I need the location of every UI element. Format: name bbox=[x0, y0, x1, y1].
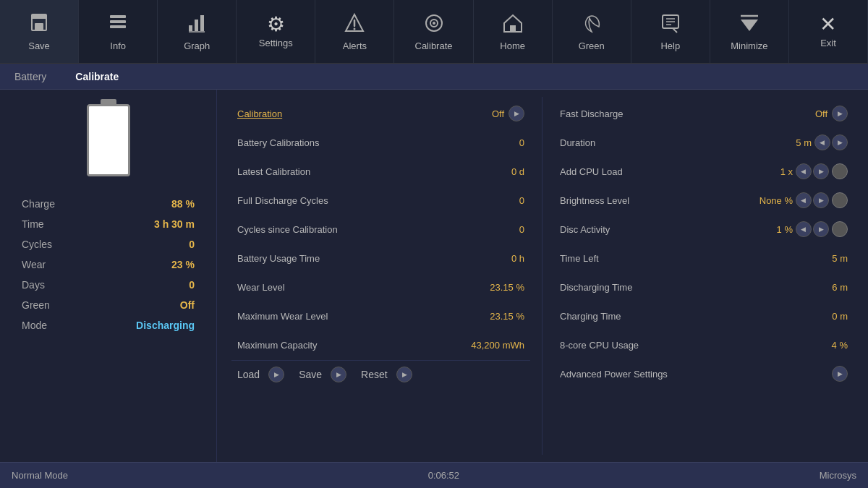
stat-green-label: Green bbox=[22, 299, 50, 311]
brightness-next-btn[interactable] bbox=[813, 192, 829, 208]
row-brightness: Brightness Level None % bbox=[554, 187, 854, 214]
time-left-value: 5 m bbox=[790, 253, 848, 264]
stat-charge-value: 88 % bbox=[171, 198, 195, 210]
svg-rect-4 bbox=[110, 20, 126, 23]
toolbar-graph[interactable]: Graph bbox=[158, 0, 237, 63]
duration-prev-btn[interactable] bbox=[814, 134, 830, 150]
alerts-label: Alerts bbox=[343, 40, 367, 51]
stat-cycles-label: Cycles bbox=[22, 239, 52, 250]
row-wear-level: Wear Level 23.15 % bbox=[231, 273, 530, 301]
breadcrumb-battery[interactable]: Battery bbox=[14, 71, 46, 82]
row-max-capacity: Maximum Capacity 43,200 mWh bbox=[231, 331, 530, 359]
add-cpu-load-label: Add CPU Load bbox=[560, 166, 735, 177]
max-wear-level-value: 23.15 % bbox=[467, 311, 524, 322]
toolbar-help[interactable]: Help bbox=[631, 0, 710, 63]
reset-play-btn[interactable] bbox=[396, 367, 412, 382]
toolbar-calibrate[interactable]: Calibrate bbox=[394, 0, 473, 63]
stat-days-label: Days bbox=[22, 279, 45, 291]
toolbar-minimize[interactable]: Minimize bbox=[710, 0, 789, 63]
info-label: Info bbox=[110, 40, 126, 51]
battery-calibrations-label: Battery Calibrations bbox=[237, 137, 467, 148]
cpu-load-next-btn[interactable] bbox=[813, 163, 829, 179]
calibrate-icon bbox=[423, 12, 445, 38]
help-icon bbox=[660, 12, 681, 38]
max-capacity-value: 43,200 mWh bbox=[467, 340, 524, 351]
stat-days: Days 0 bbox=[7, 275, 209, 295]
calibration-play-btn[interactable] bbox=[509, 106, 524, 121]
brightness-value: None % bbox=[735, 195, 793, 206]
toolbar-green[interactable]: Green bbox=[553, 0, 631, 63]
brightness-circle-btn[interactable] bbox=[832, 192, 848, 208]
calibrate-label: Calibrate bbox=[415, 40, 453, 51]
load-play-btn[interactable] bbox=[268, 367, 284, 382]
fast-discharge-value: Off bbox=[770, 108, 827, 119]
reset-label: Reset bbox=[361, 369, 388, 380]
cpu-usage-value: 4 % bbox=[790, 340, 848, 351]
duration-value: 5 m bbox=[754, 137, 812, 148]
exit-icon: ✕ bbox=[820, 14, 836, 35]
duration-next-btn[interactable] bbox=[832, 134, 848, 150]
svg-point-15 bbox=[433, 22, 435, 25]
svg-rect-3 bbox=[110, 15, 126, 18]
info-icon bbox=[107, 12, 129, 38]
save-action[interactable]: Save bbox=[299, 367, 346, 382]
save-label: Save bbox=[299, 369, 322, 380]
status-brand: Microsys bbox=[820, 470, 856, 481]
disc-next-btn[interactable] bbox=[813, 221, 829, 237]
row-discharging-time: Discharging Time 6 m bbox=[554, 273, 854, 301]
save-play-btn[interactable] bbox=[331, 367, 346, 382]
svg-rect-2 bbox=[35, 23, 43, 30]
load-action[interactable]: Load bbox=[237, 367, 284, 382]
row-cpu-usage: 8-core CPU Usage 4 % bbox=[554, 331, 854, 359]
latest-calibration-label: Latest Calibration bbox=[237, 166, 467, 177]
stat-charge-label: Charge bbox=[22, 198, 55, 210]
stat-green-value: Off bbox=[180, 299, 195, 311]
stat-green: Green Off bbox=[7, 295, 209, 315]
minimize-label: Minimize bbox=[731, 40, 767, 51]
toolbar-exit[interactable]: ✕ Exit bbox=[789, 0, 868, 63]
row-full-discharge: Full Discharge Cycles 0 bbox=[231, 187, 530, 214]
cpu-load-prev-btn[interactable] bbox=[796, 163, 812, 179]
toolbar: Save Info Graph ⚙ Settings bbox=[0, 0, 868, 64]
green-label: Green bbox=[579, 40, 605, 51]
reset-action[interactable]: Reset bbox=[361, 367, 412, 382]
toolbar-info[interactable]: Info bbox=[79, 0, 158, 63]
max-capacity-label: Maximum Capacity bbox=[237, 340, 467, 351]
full-discharge-value: 0 bbox=[467, 195, 524, 206]
help-label: Help bbox=[660, 40, 680, 51]
calibrate-grid: Calibration Off Battery Calibrations 0 L… bbox=[231, 97, 854, 455]
disc-activity-value: 1 % bbox=[735, 224, 793, 235]
toolbar-alerts[interactable]: Alerts bbox=[315, 0, 394, 63]
svg-point-12 bbox=[354, 27, 356, 30]
battery-usage-time-value: 0 h bbox=[467, 253, 524, 264]
row-latest-calibration: Latest Calibration 0 d bbox=[231, 158, 530, 185]
disc-activity-label: Disc Activity bbox=[560, 224, 735, 235]
minimize-icon bbox=[739, 12, 760, 38]
latest-calibration-value: 0 d bbox=[467, 166, 524, 177]
toolbar-settings[interactable]: ⚙ Settings bbox=[237, 0, 315, 63]
stat-cycles: Cycles 0 bbox=[7, 234, 209, 254]
duration-label: Duration bbox=[560, 137, 754, 148]
time-left-label: Time Left bbox=[560, 253, 790, 264]
home-icon bbox=[502, 12, 524, 38]
row-duration: Duration 5 m bbox=[554, 129, 854, 156]
toolbar-home[interactable]: Home bbox=[474, 0, 553, 63]
toolbar-save[interactable]: Save bbox=[0, 0, 79, 63]
breadcrumb-calibrate[interactable]: Calibrate bbox=[75, 71, 119, 82]
wear-level-value: 23.15 % bbox=[467, 282, 524, 293]
disc-circle-btn[interactable] bbox=[832, 221, 848, 237]
svg-rect-8 bbox=[200, 15, 204, 31]
fast-discharge-play-btn[interactable] bbox=[832, 106, 848, 121]
load-label: Load bbox=[237, 369, 260, 380]
brightness-prev-btn[interactable] bbox=[796, 192, 812, 208]
calibration-label: Calibration bbox=[237, 108, 446, 119]
discharging-time-value: 6 m bbox=[790, 282, 848, 293]
breadcrumb: Battery Calibrate bbox=[0, 64, 868, 90]
disc-prev-btn[interactable] bbox=[796, 221, 812, 237]
row-battery-usage-time: Battery Usage Time 0 h bbox=[231, 244, 530, 272]
row-cycles-since-calibration: Cycles since Calibration 0 bbox=[231, 215, 530, 243]
cpu-load-circle-btn[interactable] bbox=[832, 163, 848, 179]
fast-discharge-label: Fast Discharge bbox=[560, 108, 770, 119]
advanced-power-play-btn[interactable] bbox=[832, 366, 848, 382]
stat-time: Time 3 h 30 m bbox=[7, 214, 209, 234]
